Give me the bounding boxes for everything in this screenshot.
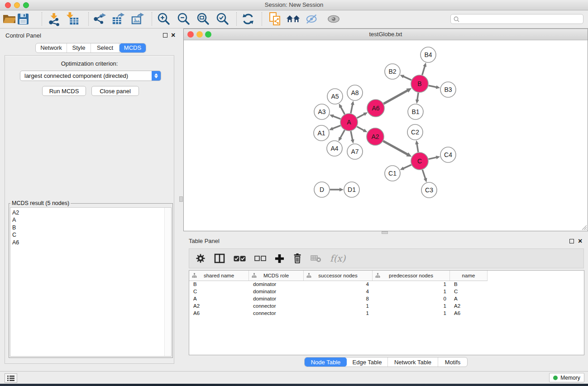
table-cell: connector — [249, 310, 304, 316]
table-panel: Table Panel × — [183, 234, 588, 370]
first-neighbors-button[interactable] — [286, 11, 301, 27]
result-scrollbar[interactable] — [164, 208, 171, 356]
network-window-titlebar[interactable]: testGlobe.txt — [184, 29, 588, 40]
control-panel-close-button[interactable]: × — [171, 33, 175, 38]
tab-network[interactable]: Network — [36, 43, 67, 52]
delete-table-button[interactable] — [311, 255, 321, 262]
edge-A-A7[interactable] — [351, 131, 353, 140]
edge-A-A6[interactable] — [357, 114, 365, 118]
zoom-in-button[interactable] — [156, 11, 172, 27]
zoom-out-button[interactable] — [176, 11, 191, 27]
deselect-all-rows-button[interactable] — [254, 256, 266, 261]
table-row[interactable]: Cdominator41C — [189, 288, 584, 295]
table-toolbar: f(x) — [189, 248, 584, 268]
control-panel-float-button[interactable] — [163, 33, 167, 38]
dropdown-stepper-icon — [152, 71, 161, 81]
hide-selected-button[interactable] — [305, 11, 320, 27]
window-resize-grip[interactable] — [581, 224, 587, 230]
edge-B-B1[interactable] — [417, 93, 418, 100]
table-panel-float-button[interactable] — [569, 239, 574, 243]
network-canvas[interactable]: B4B2BB3A5A8A6A3B1AA1A2C2A4A7CC4C1C3DD1 — [184, 40, 588, 231]
column-header-predecessor-nodes[interactable]: predecessor nodes — [373, 271, 450, 281]
edge-B-B2[interactable] — [403, 76, 411, 80]
edge-A-A2[interactable] — [357, 127, 364, 131]
search-input[interactable] — [462, 15, 580, 23]
table-panel-close-button[interactable]: × — [578, 238, 582, 244]
export-table-icon — [112, 12, 125, 26]
task-history-button[interactable] — [5, 373, 17, 383]
zoom-in-icon — [157, 12, 171, 26]
table-tabbar: Node TableEdge TableNetwork TableMotifs — [304, 357, 468, 367]
run-mcds-button[interactable]: Run MCDS — [42, 86, 86, 96]
show-all-button[interactable] — [326, 11, 341, 27]
column-type-icon — [375, 273, 380, 278]
tab-node-table[interactable]: Node Table — [305, 357, 347, 367]
criterion-dropdown[interactable]: largest connected component (directed) — [20, 71, 161, 81]
memory-button[interactable]: Memory — [549, 373, 584, 382]
export-table-button[interactable] — [111, 11, 126, 27]
edge-A-A3[interactable] — [333, 116, 340, 119]
table-settings-button[interactable] — [196, 253, 206, 263]
edge-A6-B[interactable] — [383, 91, 407, 104]
zoom-fit-button[interactable] — [196, 11, 211, 27]
control-panel-title: Control Panel — [5, 32, 41, 39]
tab-edge-table[interactable]: Edge Table — [347, 357, 388, 367]
network-graph[interactable]: B4B2BB3A5A8A6A3B1AA1A2C2A4A7CC4C1C3DD1 — [184, 40, 588, 231]
column-header-shared-name[interactable]: shared name — [189, 271, 249, 281]
save-session-button[interactable] — [15, 11, 31, 27]
edge-B-B3[interactable] — [429, 86, 437, 87]
result-item[interactable]: A2 — [12, 209, 19, 216]
tab-select[interactable]: Select — [91, 43, 120, 52]
node-table[interactable]: shared nameMCDS rolesuccessor nodesprede… — [189, 270, 584, 355]
result-item[interactable]: A6 — [12, 239, 19, 246]
select-all-rows-button[interactable] — [234, 256, 246, 262]
table-row[interactable]: A6connector11A6 — [189, 310, 584, 317]
import-table-button[interactable] — [65, 11, 80, 27]
new-network-from-selection-button[interactable] — [268, 11, 283, 27]
tab-style[interactable]: Style — [67, 43, 91, 52]
edge-C-C3[interactable] — [422, 170, 425, 179]
result-item[interactable]: B — [12, 224, 19, 231]
edge-A2-C[interactable] — [383, 141, 408, 155]
edge-C-C2[interactable] — [417, 144, 418, 152]
edge-C-C1[interactable] — [403, 165, 411, 168]
edge-arrowhead-C-C4 — [436, 156, 440, 159]
tab-network-table[interactable]: Network Table — [388, 357, 438, 367]
function-builder-button[interactable]: f(x) — [330, 253, 345, 264]
result-item[interactable]: A — [12, 216, 19, 224]
export-network-button[interactable] — [92, 11, 107, 27]
edge-A-A1[interactable] — [332, 125, 340, 129]
delete-column-button[interactable] — [293, 253, 302, 263]
table-row[interactable]: A2connector11A2 — [189, 302, 584, 310]
column-header-MCDS-role[interactable]: MCDS role — [249, 271, 304, 281]
add-column-button[interactable] — [275, 254, 284, 263]
edge-B-B4[interactable] — [422, 66, 425, 75]
desktop-vertical-scroll-thumb[interactable] — [179, 196, 183, 202]
table-row[interactable]: Adominator80A — [189, 295, 584, 302]
edge-A-A5[interactable] — [340, 107, 344, 114]
edge-C-C4[interactable] — [429, 157, 437, 159]
close-panel-button[interactable]: Close panel — [91, 86, 139, 96]
node-label-B2: B2 — [388, 68, 396, 75]
search-box[interactable] — [450, 14, 583, 24]
refresh-view-button[interactable] — [240, 11, 256, 27]
open-session-button[interactable] — [2, 11, 17, 27]
edge-A-A4[interactable] — [340, 130, 345, 138]
result-item[interactable]: C — [12, 231, 19, 238]
column-header-successor-nodes[interactable]: successor nodes — [304, 271, 373, 281]
control-panel-tabbar: NetworkStyleSelectMCDS — [35, 43, 146, 53]
checked-boxes-icon — [234, 256, 246, 262]
export-image-button[interactable] — [130, 11, 146, 27]
tab-motifs[interactable]: Motifs — [438, 357, 467, 367]
zoom-selected-button[interactable] — [215, 11, 230, 27]
tab-mcds[interactable]: MCDS — [120, 43, 146, 52]
node-label-A2: A2 — [371, 133, 379, 140]
toggle-column-button[interactable] — [214, 253, 225, 263]
desktop-horizontal-scroll-thumb[interactable] — [382, 231, 388, 234]
mcds-result-list[interactable]: A2ABCA6 — [10, 207, 172, 357]
table-row[interactable]: Bdominator41B — [189, 281, 584, 288]
edge-A-A8[interactable] — [351, 104, 353, 113]
import-network-button[interactable] — [47, 11, 62, 27]
column-header-name[interactable]: name — [450, 271, 488, 281]
table-cell: 1 — [304, 310, 373, 316]
